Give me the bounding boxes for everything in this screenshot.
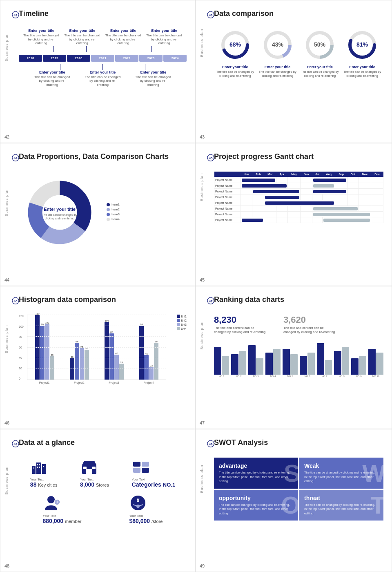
slide-icon-45: 45: [207, 154, 214, 161]
slide-46: Business plan 46 Histogram data comparis…: [0, 286, 195, 429]
svg-rect-47: [92, 467, 96, 469]
svg-rect-43: [43, 466, 44, 467]
business-plan-label-43: Business plan: [200, 29, 204, 57]
store-value-icon: ¥: [129, 494, 147, 512]
gantt-row-2: Project Name: [214, 189, 383, 194]
slide-icon-42: 42: [12, 11, 19, 18]
slide-number-42: 42: [4, 134, 9, 139]
swot-t: T threat The title can be changed by cli…: [299, 490, 383, 521]
timeline-bottom-item-2: Enter your title The title can be change…: [135, 70, 172, 87]
gantt-row-0: Project Name: [214, 177, 383, 183]
svg-point-23: [42, 195, 77, 230]
svg-rect-38: [33, 467, 34, 469]
slide-number-43: 43: [200, 134, 205, 139]
svg-rect-41: [37, 467, 38, 468]
member-icon: +: [43, 494, 61, 512]
slide-number-46: 46: [4, 420, 9, 425]
svg-text:43%: 43%: [272, 41, 284, 48]
svg-text:clicking and re-entering: clicking and re-entering: [45, 217, 74, 220]
slide-48-title: Data at a glance: [19, 438, 75, 447]
slide-number-45: 45: [200, 277, 205, 282]
slide-icon-49: 49: [207, 440, 214, 447]
slide-number-48: 48: [4, 563, 9, 568]
histogram-x-labels: Project1 Project2 Project3 Project4: [27, 381, 166, 384]
slide-43: Business plan 43 Data comparison 68% Ent…: [195, 0, 392, 143]
swot-s: S advantage The title can be changed by …: [214, 458, 298, 489]
svg-rect-37: [42, 464, 46, 474]
business-plan-label-46: Business plan: [4, 325, 9, 353]
svg-text:48: 48: [14, 442, 18, 446]
svg-text:46: 46: [14, 299, 18, 303]
timeline-top-item-2: Enter your title The title can be change…: [105, 29, 142, 45]
histogram-legend: Ent1 Ent2 Ent3 Ent4: [177, 315, 187, 330]
donut-chart: Enter your title The title can be change…: [19, 172, 100, 253]
slide-49-title: SWOT Analysis: [214, 438, 268, 447]
timeline-top-item-0: Enter your title The title can be change…: [23, 29, 60, 45]
slide-47: Business plan 47 Ranking data charts 8,2…: [195, 286, 392, 429]
donut-legend: Item1 Item2 Item3 Item4: [107, 203, 120, 222]
business-plan-label: Business plan: [4, 33, 9, 61]
svg-point-57: [136, 505, 140, 508]
slide-icon-43: 43: [207, 11, 214, 18]
slide-icon-46: 46: [12, 297, 19, 304]
svg-rect-50: [133, 468, 140, 473]
svg-rect-35: [32, 466, 36, 474]
svg-text:47: 47: [209, 299, 213, 303]
circle-item-1: 43% Enter your title The title can be ch…: [256, 29, 299, 78]
gantt-row-7: Project Name: [214, 217, 383, 223]
svg-rect-46: [83, 467, 87, 469]
svg-text:45: 45: [209, 156, 213, 160]
gantt-row-5: Project Name: [214, 206, 383, 212]
swot-o: O opportunity The title can be changed b…: [214, 490, 298, 521]
svg-text:81%: 81%: [356, 41, 368, 48]
svg-text:The title can be changed by: The title can be changed by: [42, 213, 78, 217]
svg-rect-40: [39, 464, 40, 465]
slide-42-title: Timeline: [19, 9, 49, 18]
slide-icon-47: 47: [207, 297, 214, 304]
svg-rect-42: [39, 467, 40, 468]
circles-container: 68% Enter your title The title can be ch…: [214, 29, 383, 78]
slide-icon-44: 44: [12, 154, 19, 161]
svg-text:43: 43: [209, 13, 213, 17]
slide-45: Business plan 45 Project progress Gantt …: [195, 143, 392, 286]
svg-rect-45: [86, 469, 92, 474]
slide-45-title: Project progress Gantt chart: [214, 152, 314, 161]
svg-rect-51: [142, 468, 149, 473]
svg-text:49: 49: [209, 442, 213, 446]
svg-rect-48: [133, 462, 140, 467]
circle-item-2: 50% Enter your title The title can be ch…: [299, 29, 341, 78]
svg-text:¥: ¥: [137, 498, 140, 503]
gantt-row-4: Project Name: [214, 200, 383, 206]
business-plan-label-45: Business plan: [200, 173, 204, 201]
slide-43-title: Data comparison: [214, 9, 274, 18]
business-plan-label-44: Business plan: [4, 188, 9, 216]
svg-rect-49: [142, 462, 149, 467]
categories-icon: [132, 458, 150, 476]
gantt-row-3: Project Name: [214, 194, 383, 200]
ranking-bars: NO.1 NO.2 NO.3: [214, 341, 383, 378]
business-plan-label-49: Business plan: [200, 465, 204, 493]
stores-icon: [80, 458, 98, 476]
timeline-bottom-item-0: Enter your title The title can be change…: [34, 70, 71, 87]
timeline-years: 2018 2019 2020 2021 2022 2023 2024: [19, 55, 187, 62]
svg-text:+: +: [56, 499, 58, 505]
gantt-row-6: Project Name: [214, 212, 383, 217]
ranking-stats: 8,230 The title and content can be chang…: [214, 315, 383, 335]
svg-text:68%: 68%: [229, 41, 241, 48]
svg-text:50%: 50%: [314, 41, 326, 48]
circle-item-0: 68% Enter your title The title can be ch…: [214, 29, 256, 78]
svg-text:44: 44: [14, 156, 18, 160]
swot-grid: S advantage The title can be changed by …: [214, 458, 383, 521]
svg-point-52: [47, 496, 55, 503]
circle-item-3: 81% Enter your title The title can be ch…: [341, 29, 383, 78]
slide-number-47: 47: [200, 420, 205, 425]
histogram-y-axis: 120 100 80 60 40 20 0: [19, 315, 24, 380]
glance-top-row: Your Text 88 Key cities Your Text 8,000 …: [19, 458, 187, 488]
slide-48: Business plan 48 Data at a glance: [0, 429, 195, 572]
slide-49: Business plan 49 SWOT Analysis S advanta…: [195, 429, 392, 572]
slide-46-title: Histogram data comparison: [19, 295, 116, 304]
slide-47-title: Ranking data charts: [214, 295, 284, 304]
glance-bottom-row: + Your Text 880,000 member ¥ Your Text $…: [19, 494, 187, 524]
business-plan-label-48: Business plan: [4, 466, 9, 494]
swot-w: W Weak The title can be changed by click…: [299, 458, 383, 489]
